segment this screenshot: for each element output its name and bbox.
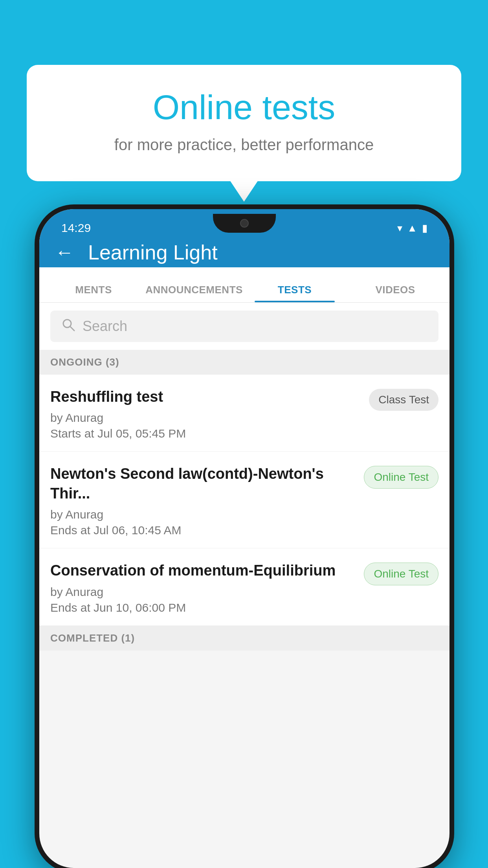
camera-dot	[240, 219, 249, 228]
tab-announcements[interactable]: ANNOUNCEMENTS	[144, 284, 244, 302]
back-button[interactable]: ←	[55, 243, 74, 262]
test-by: by Anurag	[50, 508, 356, 521]
search-bar[interactable]: Search	[50, 311, 438, 342]
test-info: Newton's Second law(contd)-Newton's Thir…	[50, 464, 364, 537]
battery-icon: ▮	[422, 222, 427, 234]
status-time: 14:29	[61, 221, 91, 235]
tab-tests[interactable]: TESTS	[244, 284, 345, 302]
test-by: by Anurag	[50, 411, 361, 425]
phone-screen: 14:29 ▾ ▲ ▮ ← Learning Light MENTS ANNOU…	[39, 209, 449, 868]
test-info: Reshuffling test by Anurag Starts at Jul…	[50, 387, 369, 440]
phone-frame: 14:29 ▾ ▲ ▮ ← Learning Light MENTS ANNOU…	[35, 204, 454, 868]
test-item[interactable]: Conservation of momentum-Equilibrium by …	[39, 548, 449, 625]
bubble-title: Online tests	[58, 88, 430, 127]
test-item[interactable]: Newton's Second law(contd)-Newton's Thir…	[39, 452, 449, 548]
tabs-bar: MENTS ANNOUNCEMENTS TESTS VIDEOS	[39, 267, 449, 303]
test-title: Conservation of momentum-Equilibrium	[50, 561, 356, 580]
app-title: Learning Light	[88, 241, 218, 264]
bubble-subtitle: for more practice, better performance	[58, 136, 430, 154]
test-item[interactable]: Reshuffling test by Anurag Starts at Jul…	[39, 375, 449, 452]
test-badge-online: Online Test	[364, 466, 438, 489]
test-by: by Anurag	[50, 585, 356, 599]
status-bar: 14:29 ▾ ▲ ▮	[44, 214, 445, 242]
speech-bubble: Online tests for more practice, better p…	[27, 65, 461, 181]
wifi-icon: ▾	[397, 222, 402, 234]
tab-videos[interactable]: VIDEOS	[345, 284, 446, 302]
svg-line-1	[70, 327, 74, 331]
notch	[213, 214, 276, 233]
ongoing-section-label: ONGOING (3)	[39, 350, 449, 375]
test-title: Reshuffling test	[50, 387, 361, 406]
search-container: Search	[39, 303, 449, 350]
completed-section-label: COMPLETED (1)	[39, 626, 449, 651]
test-date: Starts at Jul 05, 05:45 PM	[50, 427, 361, 440]
test-date: Ends at Jun 10, 06:00 PM	[50, 601, 356, 614]
search-placeholder-text: Search	[83, 318, 127, 335]
tab-ments[interactable]: MENTS	[43, 284, 144, 302]
status-icons: ▾ ▲ ▮	[397, 222, 427, 234]
test-badge-online: Online Test	[364, 563, 438, 585]
test-badge-class: Class Test	[369, 389, 438, 411]
search-icon	[61, 318, 75, 335]
test-info: Conservation of momentum-Equilibrium by …	[50, 561, 364, 614]
signal-icon: ▲	[407, 222, 417, 234]
test-date: Ends at Jul 06, 10:45 AM	[50, 524, 356, 537]
test-title: Newton's Second law(contd)-Newton's Thir…	[50, 464, 356, 503]
